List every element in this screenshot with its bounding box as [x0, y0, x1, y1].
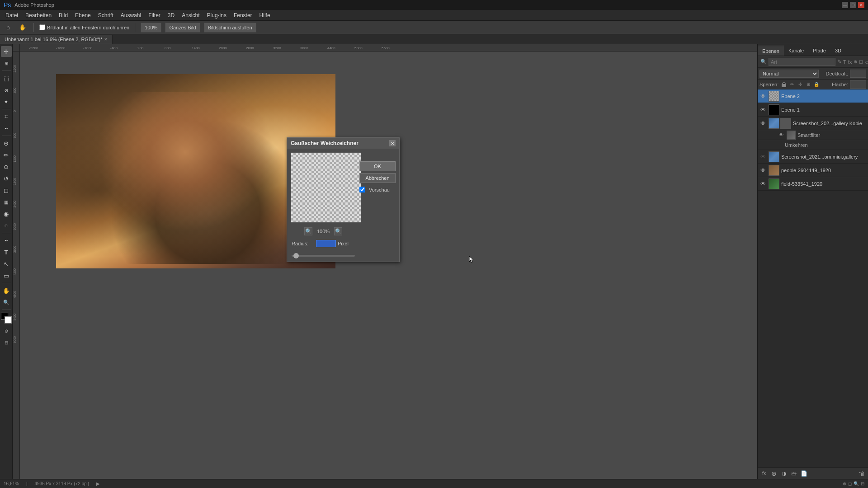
- text-tool[interactable]: T: [1, 247, 12, 258]
- layer-item-field[interactable]: 👁 field-533541_1920: [758, 177, 868, 191]
- hand-tool[interactable]: ✋: [1, 285, 12, 296]
- layer-visibility-ebene2[interactable]: 👁: [760, 93, 767, 100]
- lock-transparent-button[interactable]: [780, 81, 788, 88]
- menu-bild[interactable]: Bild: [55, 10, 71, 20]
- layer-item-screenshot202[interactable]: 👁 Screenshot_202...gallery Kopie: [758, 117, 868, 130]
- lasso-tool[interactable]: ⌀: [1, 84, 12, 95]
- zoom-in-button[interactable]: 🔍: [334, 227, 342, 235]
- menu-plugins[interactable]: Plug-ins: [203, 10, 230, 20]
- filter-icon-5[interactable]: ◻: [859, 59, 863, 65]
- layer-visibility-screenshot202[interactable]: 👁: [760, 120, 767, 127]
- layers-search-input[interactable]: [769, 58, 835, 66]
- status-icon-3[interactable]: 🔍: [854, 481, 859, 486]
- document-tab-close-icon[interactable]: ✕: [104, 37, 108, 42]
- add-mask-button[interactable]: ⊕: [769, 469, 778, 478]
- filter-icon-1[interactable]: ✎: [837, 59, 841, 65]
- layer-visibility-smartfilter[interactable]: 👁: [778, 131, 785, 139]
- shape-tool[interactable]: ▭: [1, 270, 12, 281]
- status-icon-2[interactable]: ◻: [848, 481, 852, 486]
- screen-mode-button[interactable]: ⊟: [1, 337, 12, 348]
- home-icon[interactable]: ⌂: [3, 22, 14, 33]
- tab-3d[interactable]: 3D: [830, 46, 846, 56]
- fit-screen-button[interactable]: Ganzes Bild: [165, 23, 200, 33]
- layer-item-ebene1[interactable]: 👁 Ebene 1: [758, 103, 868, 117]
- new-layer-button[interactable]: 📄: [799, 469, 808, 478]
- gradient-tool[interactable]: ▦: [1, 197, 12, 207]
- menu-3d[interactable]: 3D: [164, 10, 178, 20]
- path-select-tool[interactable]: ↖: [1, 258, 12, 269]
- layer-item-screenshot2021[interactable]: 👁 Screenshot_2021...om.miui.gallery: [758, 150, 868, 164]
- brush-tool[interactable]: ✏: [1, 150, 12, 160]
- document-tab[interactable]: Unbenannt-1 bei 16,6% (Ebene 2, RGB/8#)*…: [0, 35, 113, 44]
- menu-schrift[interactable]: Schrift: [94, 10, 117, 20]
- artboard-tool[interactable]: ⊞: [1, 58, 12, 69]
- dodge-tool[interactable]: ○: [1, 220, 12, 231]
- tab-pfade[interactable]: Pfade: [808, 46, 830, 56]
- smart-filter-umkehren[interactable]: Umkehren: [758, 140, 868, 150]
- menu-ansicht[interactable]: Ansicht: [178, 10, 203, 20]
- blur-tool[interactable]: ◉: [1, 208, 12, 219]
- close-button[interactable]: ✕: [858, 2, 864, 8]
- crop-tool[interactable]: ⌗: [1, 111, 12, 122]
- magic-wand-tool[interactable]: ✦: [1, 96, 12, 107]
- hand-tool-icon[interactable]: ✋: [17, 22, 28, 33]
- delete-layer-button[interactable]: 🗑: [857, 469, 866, 478]
- maximize-button[interactable]: □: [850, 2, 856, 8]
- filter-toggle[interactable]: ○: [865, 58, 868, 66]
- blend-mode-select[interactable]: Normal Multiplizieren Negativ multiplizi…: [760, 70, 819, 78]
- layer-visibility-screenshot2021[interactable]: 👁: [760, 153, 767, 160]
- ok-button[interactable]: OK: [359, 161, 396, 171]
- eraser-tool[interactable]: ◻: [1, 185, 12, 196]
- lock-pixels-button[interactable]: ✏: [788, 81, 796, 88]
- canvas-viewport[interactable]: Gaußscher Weichzeichner ✕ 🔍 100% 🔍 Radiu…: [20, 52, 757, 479]
- layer-visibility-field[interactable]: 👁: [760, 180, 767, 188]
- zoom-out-button[interactable]: 🔍: [304, 227, 312, 235]
- cancel-button[interactable]: Abbrechen: [359, 173, 396, 183]
- fill-screen-button[interactable]: Bildschirm ausfüllen: [204, 23, 256, 33]
- lock-all-button[interactable]: 🔒: [813, 81, 820, 88]
- fill-input[interactable]: 100%: [850, 80, 866, 89]
- menu-auswahl[interactable]: Auswahl: [117, 10, 145, 20]
- menu-ebene[interactable]: Ebene: [71, 10, 94, 20]
- menu-hilfe[interactable]: Hilfe: [256, 10, 274, 20]
- preview-checkbox[interactable]: [359, 187, 365, 192]
- menu-datei[interactable]: Datei: [2, 10, 22, 20]
- lock-artboard-button[interactable]: ⊞: [805, 81, 812, 88]
- layer-item-people[interactable]: 👁 people-2604149_1920: [758, 164, 868, 177]
- opacity-input[interactable]: 100%: [850, 70, 866, 78]
- move-tool[interactable]: ✛: [1, 46, 12, 57]
- eyedropper-tool[interactable]: ✒: [1, 123, 12, 134]
- layer-visibility-ebene1[interactable]: 👁: [760, 106, 767, 113]
- pen-tool[interactable]: ✒: [1, 235, 12, 246]
- radius-input[interactable]: 8,0: [316, 240, 336, 247]
- tab-ebenen[interactable]: Ebenen: [758, 46, 784, 56]
- status-arrow[interactable]: ▶: [96, 481, 100, 486]
- menu-bearbeiten[interactable]: Bearbeiten: [22, 10, 55, 20]
- add-adjustment-button[interactable]: ◑: [779, 469, 788, 478]
- dialog-title-bar[interactable]: Gaußscher Weichzeichner ✕: [287, 138, 399, 149]
- marquee-tool[interactable]: ⬚: [1, 73, 12, 84]
- layer-item-ebene2[interactable]: 👁 Ebene 2: [758, 89, 868, 103]
- filter-icon-2[interactable]: T: [843, 59, 846, 65]
- dialog-close-button[interactable]: ✕: [389, 140, 396, 146]
- tab-kanale[interactable]: Kanäle: [784, 46, 808, 56]
- filter-icon-3[interactable]: fx: [848, 59, 852, 65]
- status-icon-1[interactable]: ⊕: [843, 481, 846, 486]
- zoom-tool[interactable]: 🔍: [1, 297, 12, 308]
- add-fx-button[interactable]: fx: [760, 469, 769, 478]
- clone-stamp-tool[interactable]: ⊙: [1, 161, 12, 172]
- status-icon-4[interactable]: ⊟: [861, 481, 864, 486]
- filter-icon-4[interactable]: ⊕: [854, 59, 857, 64]
- lock-position-button[interactable]: ✛: [797, 81, 804, 88]
- spot-heal-tool[interactable]: ⊕: [1, 138, 12, 149]
- radius-slider[interactable]: [292, 255, 355, 257]
- quick-mask-button[interactable]: ⊘: [1, 325, 12, 336]
- menu-fenster[interactable]: Fenster: [230, 10, 256, 20]
- minimize-button[interactable]: —: [842, 2, 848, 8]
- background-color-swatch[interactable]: [5, 316, 12, 324]
- navigate-all-windows-checkbox[interactable]: [39, 24, 45, 30]
- history-brush-tool[interactable]: ↺: [1, 173, 12, 184]
- menu-filter[interactable]: Filter: [145, 10, 164, 20]
- layer-visibility-people[interactable]: 👁: [760, 167, 767, 174]
- create-group-button[interactable]: 🗁: [789, 469, 798, 478]
